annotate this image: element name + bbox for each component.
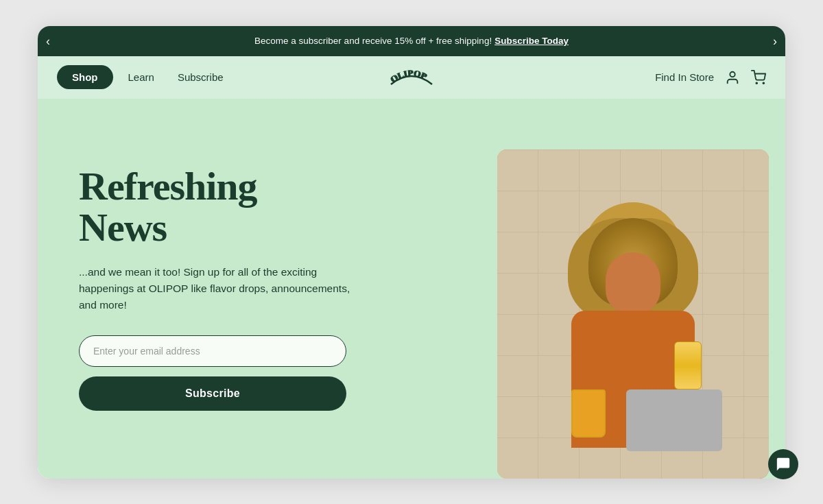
shop-button[interactable]: Shop bbox=[57, 65, 113, 89]
headline-line2: News bbox=[79, 205, 167, 250]
nav-left: Shop Learn Subscribe bbox=[57, 65, 294, 89]
announcement-link[interactable]: Subscribe Today bbox=[494, 36, 569, 46]
announcement-next-button[interactable]: › bbox=[765, 35, 785, 47]
subscribe-link[interactable]: Subscribe bbox=[169, 66, 232, 88]
brand-logo-svg: OLIPOP OLIPOP bbox=[384, 65, 439, 90]
olipop-can bbox=[674, 341, 702, 389]
headline-line1: Refreshing bbox=[79, 164, 257, 208]
main-content: Refreshing News ...and we mean it too! S… bbox=[38, 99, 785, 479]
juice-glass bbox=[571, 389, 606, 437]
page-wrapper: ‹ Become a subscriber and receive 15% of… bbox=[38, 26, 785, 479]
email-input[interactable] bbox=[79, 335, 346, 367]
svg-point-3 bbox=[756, 82, 757, 84]
announcement-prev-button[interactable]: ‹ bbox=[38, 35, 58, 47]
svg-point-4 bbox=[763, 82, 764, 84]
right-section bbox=[497, 99, 785, 479]
laptop bbox=[626, 389, 722, 451]
cart-icon-button[interactable] bbox=[751, 70, 766, 85]
nav-right: Find In Store bbox=[529, 70, 766, 85]
announcement-text: Become a subscriber and receive 15% off … bbox=[254, 36, 492, 46]
find-in-store-button[interactable]: Find In Store bbox=[655, 71, 714, 83]
hero-scene bbox=[497, 149, 769, 479]
user-icon bbox=[725, 70, 740, 85]
hero-headline: Refreshing News bbox=[79, 166, 459, 250]
announcement-bar: ‹ Become a subscriber and receive 15% of… bbox=[38, 26, 785, 56]
user-icon-button[interactable] bbox=[725, 70, 740, 85]
person-face bbox=[606, 252, 660, 314]
hero-subtext: ...and we mean it too! Sign up for all o… bbox=[79, 264, 367, 313]
cart-icon bbox=[751, 70, 766, 85]
chat-icon bbox=[776, 457, 791, 472]
navbar: Shop Learn Subscribe OLIPOP OLIPOP bbox=[38, 56, 785, 99]
left-section: Refreshing News ...and we mean it too! S… bbox=[38, 99, 497, 479]
nav-center: OLIPOP OLIPOP bbox=[294, 65, 530, 90]
hero-image bbox=[497, 149, 769, 479]
subscribe-button[interactable]: Subscribe bbox=[79, 376, 346, 411]
person-illustration bbox=[544, 204, 722, 479]
svg-point-2 bbox=[730, 71, 735, 76]
brand-logo[interactable]: OLIPOP OLIPOP bbox=[384, 65, 439, 90]
learn-link[interactable]: Learn bbox=[120, 66, 163, 88]
